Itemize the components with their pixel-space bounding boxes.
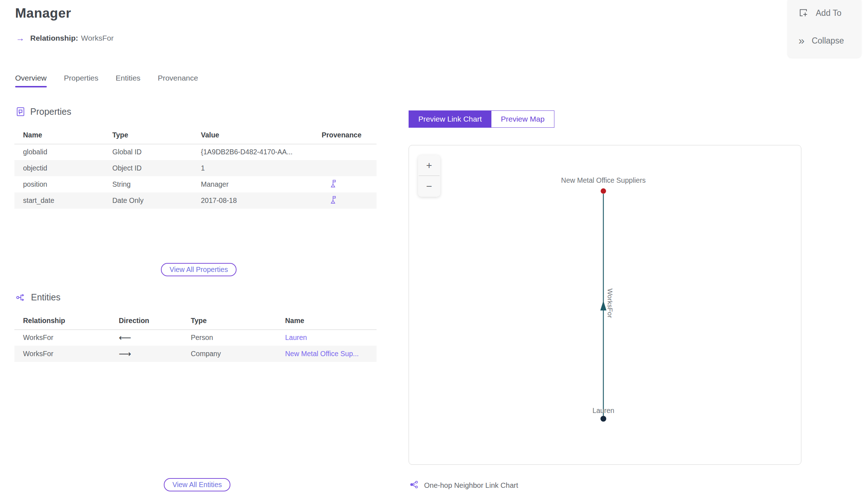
prop-name: start_date [14,192,104,209]
ent-type: Person [182,330,276,346]
prop-type: Object ID [104,160,192,176]
col-type: Type [104,127,192,144]
page-title: Manager [15,6,71,21]
properties-icon [16,107,25,117]
tab-provenance[interactable]: Provenance [158,74,198,87]
properties-section-heading: Properties [16,106,71,117]
zoom-out-button[interactable]: − [418,176,440,196]
collapse-button[interactable]: » Collapse [798,35,844,46]
ent-type: Company [182,346,276,362]
add-to-label: Add To [816,8,841,18]
entity-link[interactable]: New Metal Office Sup... [285,350,359,358]
add-to-button[interactable]: Add To [798,8,841,18]
prop-name: globalid [14,144,104,160]
col-name: Name [14,127,104,144]
entities-section-heading: Entities [16,292,60,303]
direction-arrow-icon: ⟵ [119,333,131,342]
prop-value: 1 [192,160,311,176]
ent-relationship: WorksFor [14,346,110,362]
col-name: Name [276,312,377,330]
add-to-icon [798,8,809,18]
prop-value: Manager [192,176,311,192]
table-row: globalid Global ID {1A9DB2B6-D482-4170-A… [14,144,377,160]
view-all-entities-button[interactable]: View All Entities [164,478,230,491]
node-label: Lauren [593,407,615,414]
col-direction: Direction [110,312,182,330]
collapse-icon: » [798,35,805,46]
prop-type: String [104,176,192,192]
link-chart-canvas: New Metal Office Suppliers WorksFor Laur… [409,145,801,464]
prop-type: Date Only [104,192,192,209]
direction-arrow-icon: ⟶ [119,349,131,359]
relationship-arrow-icon: → [16,33,24,43]
node-company[interactable] [601,189,606,194]
entities-table: Relationship Direction Type Name WorksFo… [14,312,377,362]
prop-type: Global ID [104,144,192,160]
view-all-properties-button[interactable]: View All Properties [161,263,237,276]
prop-name: objectid [14,160,104,176]
tab-properties[interactable]: Properties [64,74,99,87]
col-type: Type [182,312,276,330]
edge-arrowhead [600,301,607,310]
col-provenance: Provenance [311,127,377,144]
provenance-flag-icon[interactable] [330,181,336,189]
table-row: objectid Object ID 1 [14,160,377,176]
relationship-label: Relationship: [30,34,78,42]
quick-actions-panel: Add To » Collapse [788,0,861,58]
detail-tabs: Overview Properties Entities Provenance [15,74,198,87]
provenance-flag-icon[interactable] [330,197,336,205]
prop-value: {1A9DB2B6-D482-4170-AA... [192,144,311,160]
zoom-control: + − [418,155,440,197]
relationship-subtitle: → Relationship: WorksFor [16,33,114,43]
tab-overview[interactable]: Overview [15,74,47,87]
zoom-in-button[interactable]: + [418,155,440,176]
preview-link-chart-button[interactable]: Preview Link Chart [409,110,491,128]
table-row: start_date Date Only 2017-08-18 [14,192,377,209]
ent-relationship: WorksFor [14,330,110,346]
node-person[interactable] [600,416,606,422]
properties-header-row: Name Type Value Provenance [14,127,377,144]
link-chart-preview: New Metal Office Suppliers WorksFor Laur… [409,145,801,465]
properties-heading-label: Properties [30,106,71,117]
table-row: WorksFor ⟶ Company New Metal Office Sup.… [14,346,377,362]
properties-table: Name Type Value Provenance globalid Glob… [14,127,377,209]
table-row: position String Manager [14,176,377,192]
prop-name: position [14,176,104,192]
collapse-label: Collapse [812,36,844,46]
col-value: Value [192,127,311,144]
table-row: WorksFor ⟵ Person Lauren [14,330,377,346]
chart-caption: One-hop Neighbor Link Chart [410,480,518,491]
edge-label: WorksFor [606,289,614,318]
link-chart-icon [16,293,26,302]
preview-map-button[interactable]: Preview Map [491,110,554,128]
chart-caption-label: One-hop Neighbor Link Chart [424,481,518,490]
node-label: New Metal Office Suppliers [561,176,646,184]
entities-header-row: Relationship Direction Type Name [14,312,377,330]
entities-heading-label: Entities [31,292,60,303]
preview-toggle: Preview Link Chart Preview Map [409,110,554,128]
prop-value: 2017-08-18 [192,192,311,209]
one-hop-icon [410,480,419,491]
relationship-value: WorksFor [81,34,114,42]
col-relationship: Relationship [14,312,110,330]
tab-entities[interactable]: Entities [116,74,140,87]
entity-link[interactable]: Lauren [285,333,307,341]
